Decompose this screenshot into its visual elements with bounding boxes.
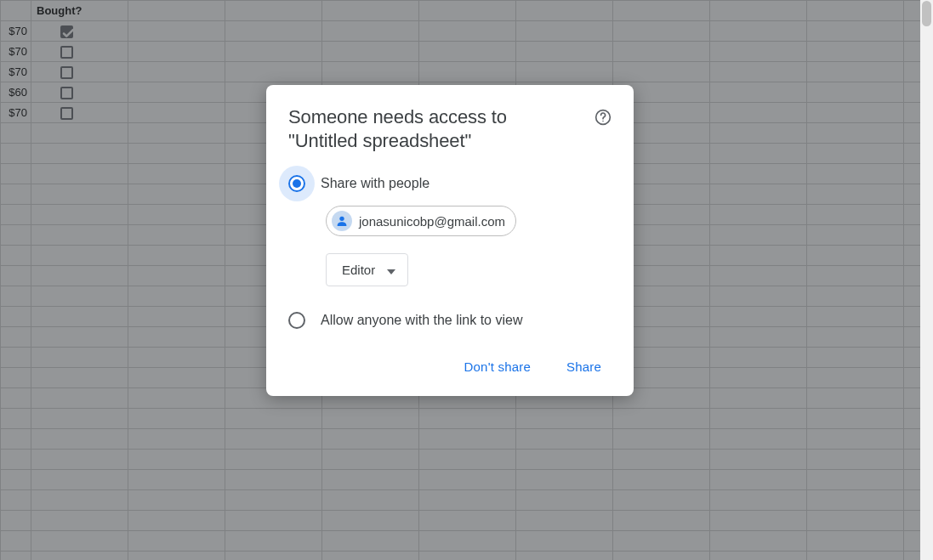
vertical-scrollbar-track[interactable] bbox=[920, 0, 933, 560]
anyone-with-link-label: Allow anyone with the link to view bbox=[321, 313, 522, 328]
radio-anyone-with-link[interactable] bbox=[288, 312, 305, 329]
chevron-down-icon bbox=[387, 263, 395, 277]
dont-share-button[interactable]: Don't share bbox=[461, 354, 534, 379]
radio-share-with-people[interactable] bbox=[288, 175, 305, 192]
role-dropdown[interactable]: Editor bbox=[326, 253, 408, 286]
role-dropdown-value: Editor bbox=[342, 263, 375, 277]
svg-point-2 bbox=[339, 217, 344, 221]
chip-email: jonasunicobp@gmail.com bbox=[359, 214, 505, 229]
help-icon[interactable] bbox=[593, 107, 613, 127]
svg-point-1 bbox=[602, 121, 604, 122]
share-access-dialog: Someone needs access to "Untitled spread… bbox=[266, 85, 634, 396]
dialog-title: Someone needs access to "Untitled spread… bbox=[288, 105, 579, 153]
vertical-scrollbar-thumb[interactable] bbox=[922, 1, 931, 26]
person-chip[interactable]: jonasunicobp@gmail.com bbox=[326, 206, 516, 236]
share-button[interactable]: Share bbox=[563, 354, 605, 379]
share-with-people-label: Share with people bbox=[321, 176, 430, 191]
avatar-icon bbox=[332, 211, 352, 231]
